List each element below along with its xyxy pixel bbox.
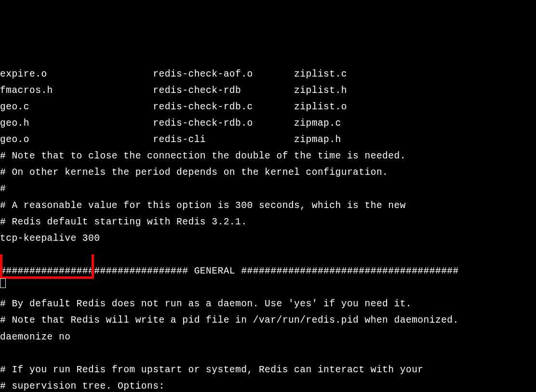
terminal-line: tcp-keepalive 300 — [0, 233, 100, 244]
terminal-line: # supervision tree. Options: — [0, 381, 165, 392]
terminal-line: # A reasonable value for this option is … — [0, 200, 406, 211]
terminal-line: # — [0, 183, 6, 194]
terminal-line: # By default Redis does not run as a dae… — [0, 299, 412, 309]
terminal-line: # Note that to close the connection the … — [0, 151, 406, 161]
terminal-line: # If you run Redis from upstart or syste… — [0, 365, 424, 375]
terminal-line: # On other kernels the period depends on… — [0, 167, 388, 178]
terminal-line: # Note that Redis will write a pid file … — [0, 315, 459, 326]
terminal-output: expire.o redis-check-aof.o ziplist.c fma… — [0, 66, 536, 392]
terminal-line: fmacros.h redis-check-rdb ziplist.h — [0, 85, 347, 96]
cursor-indicator — [0, 278, 6, 288]
terminal-line: # Redis default starting with Redis 3.2.… — [0, 217, 247, 227]
terminal-line: expire.o redis-check-aof.o ziplist.c — [0, 69, 347, 79]
terminal-line: geo.o redis-cli zipmap.h — [0, 134, 341, 145]
terminal-line: geo.h redis-check-rdb.o zipmap.c — [0, 118, 341, 129]
terminal-line: geo.c redis-check-rdb.c ziplist.o — [0, 102, 347, 112]
terminal-line: ################################ GENERAL… — [0, 266, 459, 276]
terminal-line: daemonize no — [0, 332, 70, 342]
